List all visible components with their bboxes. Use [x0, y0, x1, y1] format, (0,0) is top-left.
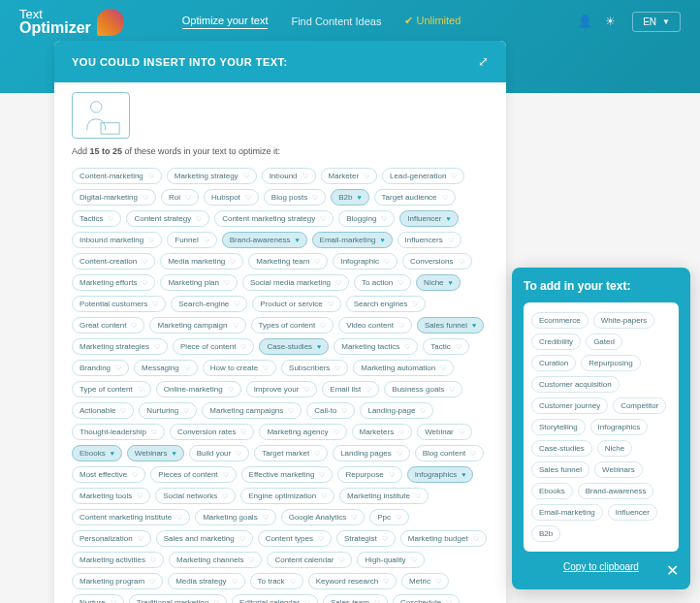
keyword-tag[interactable]: Content marketing institute♡	[72, 509, 190, 525]
keyword-tag[interactable]: Infographics♥	[407, 466, 474, 483]
close-icon[interactable]: ✕	[666, 561, 679, 580]
keyword-tag[interactable]: Content-creation♡	[72, 253, 155, 270]
heart-icon[interactable]: ♡	[132, 471, 138, 479]
keyword-tag[interactable]: Tactics♡	[72, 210, 121, 227]
keyword-tag[interactable]: Webinars♥	[127, 445, 184, 461]
keyword-tag[interactable]: Marketing tools♡	[72, 488, 150, 504]
keyword-tag[interactable]: Online-marketing♡	[156, 381, 241, 397]
heart-icon[interactable]: ♡	[341, 407, 347, 415]
heart-icon[interactable]: ♡	[364, 173, 369, 180]
heart-icon[interactable]: ♡	[383, 578, 389, 586]
heart-icon[interactable]: ♡	[230, 258, 236, 266]
heart-icon[interactable]: ♡	[204, 237, 209, 244]
keyword-tag[interactable]: Actionable♡	[72, 402, 134, 419]
heart-icon[interactable]: ♡	[154, 343, 160, 351]
heart-icon[interactable]: ♡	[396, 514, 401, 522]
keyword-tag[interactable]: B2b♥	[331, 189, 368, 206]
heart-icon[interactable]: ♡	[456, 343, 461, 351]
heart-icon[interactable]: ♡	[451, 173, 457, 180]
heart-icon[interactable]: ♥	[357, 194, 361, 201]
keyword-tag[interactable]: Editorial calendar♡	[232, 594, 318, 603]
heart-icon[interactable]: ♡	[232, 578, 238, 586]
heart-icon[interactable]: ♡	[459, 428, 464, 436]
keyword-tag[interactable]: How to create♡	[203, 360, 276, 376]
keyword-tag[interactable]: Marketers♡	[352, 424, 413, 440]
keyword-tag[interactable]: Lead-generation♡	[382, 168, 464, 184]
keyword-tag[interactable]: Subscribers♡	[281, 360, 348, 376]
heart-icon[interactable]: ♡	[185, 194, 191, 202]
keyword-tag[interactable]: Sales team♡	[323, 594, 388, 603]
keyword-tag[interactable]: Metric♡	[401, 573, 449, 589]
heart-icon[interactable]: ♡	[448, 237, 454, 244]
keyword-tag[interactable]: Marketing campaigns♡	[202, 402, 302, 419]
keyword-tag[interactable]: Product or service♡	[252, 296, 340, 312]
heart-icon[interactable]: ♡	[239, 535, 245, 543]
keyword-tag[interactable]: Conversions♡	[402, 253, 471, 270]
heart-icon[interactable]: ♡	[366, 386, 371, 394]
keyword-tag[interactable]: Keyword research♡	[308, 573, 397, 589]
heart-icon[interactable]: ♡	[320, 215, 326, 223]
heart-icon[interactable]: ♡	[248, 556, 254, 564]
keyword-tag[interactable]: Coschedule♡	[393, 594, 460, 603]
heart-icon[interactable]: ♡	[138, 386, 143, 394]
heart-icon[interactable]: ♥	[380, 237, 384, 243]
heart-icon[interactable]: ♡	[176, 514, 182, 522]
heart-icon[interactable]: ♡	[240, 428, 246, 436]
keyword-tag[interactable]: Content-marketing♡	[72, 168, 162, 184]
heart-icon[interactable]: ♡	[319, 471, 325, 479]
heart-icon[interactable]: ♡	[302, 173, 308, 180]
keyword-tag[interactable]: Marketing channels♡	[169, 552, 262, 568]
heart-icon[interactable]: ♡	[111, 599, 116, 604]
keyword-tag[interactable]: Marketing campaign♡	[149, 317, 245, 333]
heart-icon[interactable]: ♡	[131, 322, 137, 330]
heart-icon[interactable]: ♡	[440, 365, 446, 372]
keyword-tag[interactable]: Email list♡	[322, 381, 379, 397]
keyword-tag[interactable]: Search engines♡	[346, 296, 427, 312]
keyword-tag[interactable]: Content types♡	[258, 530, 332, 547]
heart-icon[interactable]: ♡	[236, 450, 241, 458]
logo[interactable]: Text Optimizer	[19, 8, 124, 36]
keyword-tag[interactable]: Influencer♥	[399, 210, 458, 227]
heart-icon[interactable]: ♡	[320, 322, 326, 330]
keyword-tag[interactable]: Improve your♡	[246, 381, 318, 397]
keyword-tag[interactable]: Potential customers♡	[72, 296, 166, 312]
heart-icon[interactable]: ♡	[338, 556, 344, 564]
heart-icon[interactable]: ♡	[397, 450, 402, 458]
keyword-tag[interactable]: Effective marketing♡	[241, 466, 334, 483]
heart-icon[interactable]: ♡	[303, 386, 309, 394]
keyword-tag[interactable]: Marketing strategy♡	[167, 168, 257, 184]
keyword-tag[interactable]: Digital-marketing♡	[72, 189, 156, 206]
keyword-tag[interactable]: Content calendar♡	[267, 552, 352, 568]
heart-icon[interactable]: ♡	[108, 215, 113, 223]
keyword-tag[interactable]: To track♡	[250, 573, 303, 589]
keyword-tag[interactable]: Sales and marketing♡	[156, 530, 253, 547]
heart-icon[interactable]: ♡	[382, 535, 388, 543]
copy-to-clipboard-link[interactable]: Copy to clipboard	[524, 561, 679, 572]
heart-icon[interactable]: ♡	[223, 471, 229, 479]
heart-icon[interactable]: ♡	[120, 407, 126, 415]
heart-icon[interactable]: ♡	[442, 194, 448, 202]
user-icon[interactable]: 👤	[578, 15, 593, 30]
heart-icon[interactable]: ♡	[151, 428, 157, 436]
heart-icon[interactable]: ♡	[398, 322, 404, 330]
keyword-tag[interactable]: Google Analytics♡	[281, 509, 366, 525]
keyword-tag[interactable]: Social media marketing♡	[242, 274, 349, 291]
heart-icon[interactable]: ♡	[420, 407, 426, 415]
heart-icon[interactable]: ♥	[446, 215, 450, 222]
keyword-tag[interactable]: Inbound♡	[262, 168, 316, 184]
keyword-tag[interactable]: Marketing activities♡	[72, 552, 164, 568]
keyword-tag[interactable]: Call-to♡	[306, 402, 355, 419]
keyword-tag[interactable]: Repurpose♡	[337, 466, 401, 483]
heart-icon[interactable]: ♡	[183, 407, 189, 415]
keyword-tag[interactable]: Niche♥	[416, 274, 461, 291]
heart-icon[interactable]: ♡	[243, 173, 249, 180]
keyword-tag[interactable]: Engine optimization♡	[240, 488, 334, 504]
keyword-tag[interactable]: Media marketing♡	[160, 253, 243, 270]
keyword-tag[interactable]: Email-marketing♥	[312, 232, 393, 248]
keyword-tag[interactable]: Marketing institute♡	[339, 488, 429, 504]
heart-icon[interactable]: ♥	[317, 343, 321, 350]
heart-icon[interactable]: ♡	[459, 258, 464, 266]
keyword-tag[interactable]: Most effective♡	[72, 466, 145, 483]
keyword-tag[interactable]: Roi♡	[161, 189, 199, 206]
heart-icon[interactable]: ♡	[404, 343, 410, 351]
